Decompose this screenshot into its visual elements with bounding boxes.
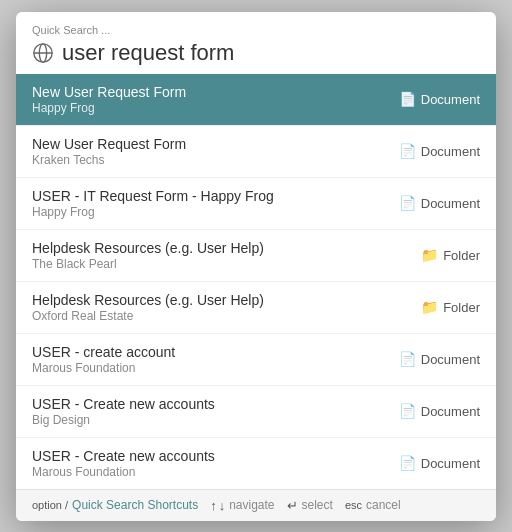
item-title: USER - Create new accounts	[32, 396, 387, 412]
footer-navigate: ↑ ↓ navigate	[210, 498, 274, 513]
results-list: New User Request Form Happy Frog 📄 Docum…	[16, 74, 496, 489]
search-header: Quick Search ...	[16, 12, 496, 74]
item-title: USER - IT Request Form - Happy Frog	[32, 188, 387, 204]
item-subtitle: Oxford Real Estate	[32, 309, 409, 323]
document-icon: 📄	[399, 455, 416, 471]
item-subtitle: The Black Pearl	[32, 257, 409, 271]
document-icon: 📄	[399, 143, 416, 159]
badge-label: Document	[421, 456, 480, 471]
item-title: Helpdesk Resources (e.g. User Help)	[32, 292, 409, 308]
folder-icon: 📁	[421, 299, 438, 315]
quick-search-modal: Quick Search ... New User Request Form H…	[16, 12, 496, 521]
shortcut-key: option /	[32, 499, 68, 511]
item-title: New User Request Form	[32, 136, 387, 152]
item-badge: 📁 Folder	[421, 247, 480, 263]
document-icon: 📄	[399, 195, 416, 211]
select-label: select	[302, 498, 333, 512]
badge-label: Document	[421, 144, 480, 159]
footer: option / Quick Search Shortcuts ↑ ↓ navi…	[16, 489, 496, 521]
esc-key: esc	[345, 499, 362, 511]
up-arrow-icon: ↑	[210, 498, 217, 513]
result-item[interactable]: USER - IT Request Form - Happy Frog Happ…	[16, 177, 496, 229]
item-left: USER - Create new accounts Marous Founda…	[32, 448, 387, 479]
badge-label: Document	[421, 92, 480, 107]
nav-arrows: ↑ ↓	[210, 498, 225, 513]
badge-label: Folder	[443, 248, 480, 263]
item-badge: 📄 Document	[399, 351, 480, 367]
footer-select: ↵ select	[287, 498, 333, 513]
navigate-label: navigate	[229, 498, 274, 512]
down-arrow-icon: ↓	[219, 498, 226, 513]
item-title: USER - create account	[32, 344, 387, 360]
result-item[interactable]: Helpdesk Resources (e.g. User Help) The …	[16, 229, 496, 281]
search-row	[32, 40, 480, 66]
folder-icon: 📁	[421, 247, 438, 263]
item-left: New User Request Form Kraken Techs	[32, 136, 387, 167]
badge-label: Document	[421, 196, 480, 211]
item-title: New User Request Form	[32, 84, 387, 100]
document-icon: 📄	[399, 351, 416, 367]
badge-label: Document	[421, 404, 480, 419]
item-badge: 📄 Document	[399, 91, 480, 107]
footer-cancel: esc cancel	[345, 498, 401, 512]
item-badge: 📄 Document	[399, 195, 480, 211]
globe-icon	[32, 42, 54, 64]
item-badge: 📄 Document	[399, 143, 480, 159]
document-icon: 📄	[399, 403, 416, 419]
cancel-label: cancel	[366, 498, 401, 512]
badge-label: Document	[421, 352, 480, 367]
shortcut-link[interactable]: Quick Search Shortcuts	[72, 498, 198, 512]
item-subtitle: Kraken Techs	[32, 153, 387, 167]
item-left: Helpdesk Resources (e.g. User Help) Oxfo…	[32, 292, 409, 323]
document-icon: 📄	[399, 91, 416, 107]
item-badge: 📄 Document	[399, 455, 480, 471]
item-left: USER - create account Marous Foundation	[32, 344, 387, 375]
footer-shortcut: option / Quick Search Shortcuts	[32, 498, 198, 512]
result-item[interactable]: Helpdesk Resources (e.g. User Help) Oxfo…	[16, 281, 496, 333]
return-icon: ↵	[287, 498, 298, 513]
result-item[interactable]: USER - create account Marous Foundation …	[16, 333, 496, 385]
item-title: Helpdesk Resources (e.g. User Help)	[32, 240, 409, 256]
item-left: USER - Create new accounts Big Design	[32, 396, 387, 427]
search-label: Quick Search ...	[32, 24, 480, 36]
item-subtitle: Happy Frog	[32, 205, 387, 219]
item-title: USER - Create new accounts	[32, 448, 387, 464]
result-item[interactable]: New User Request Form Happy Frog 📄 Docum…	[16, 74, 496, 125]
item-subtitle: Marous Foundation	[32, 361, 387, 375]
search-input[interactable]	[62, 40, 480, 66]
item-badge: 📁 Folder	[421, 299, 480, 315]
item-left: New User Request Form Happy Frog	[32, 84, 387, 115]
item-subtitle: Big Design	[32, 413, 387, 427]
item-left: Helpdesk Resources (e.g. User Help) The …	[32, 240, 409, 271]
result-item[interactable]: USER - Create new accounts Marous Founda…	[16, 437, 496, 489]
item-subtitle: Happy Frog	[32, 101, 387, 115]
result-item[interactable]: New User Request Form Kraken Techs 📄 Doc…	[16, 125, 496, 177]
item-left: USER - IT Request Form - Happy Frog Happ…	[32, 188, 387, 219]
item-subtitle: Marous Foundation	[32, 465, 387, 479]
item-badge: 📄 Document	[399, 403, 480, 419]
badge-label: Folder	[443, 300, 480, 315]
result-item[interactable]: USER - Create new accounts Big Design 📄 …	[16, 385, 496, 437]
